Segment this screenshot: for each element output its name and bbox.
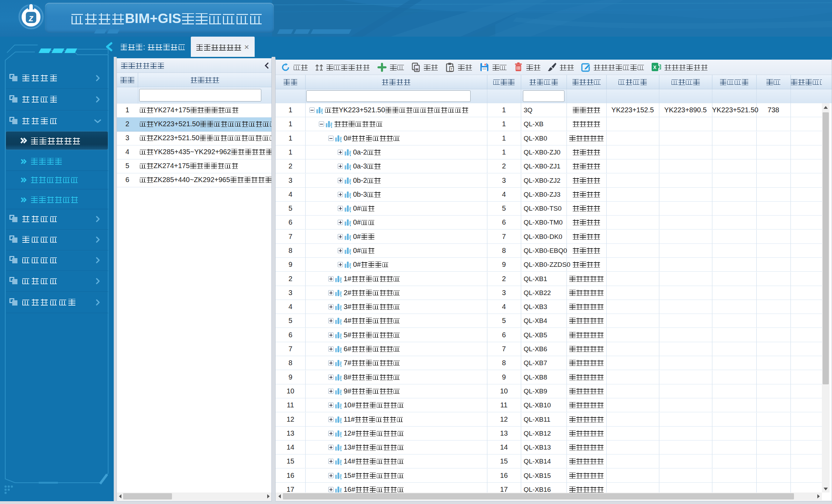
svg-text:X: X bbox=[653, 65, 657, 70]
svg-text:z: z bbox=[28, 13, 33, 23]
svg-text:T: T bbox=[451, 67, 453, 71]
